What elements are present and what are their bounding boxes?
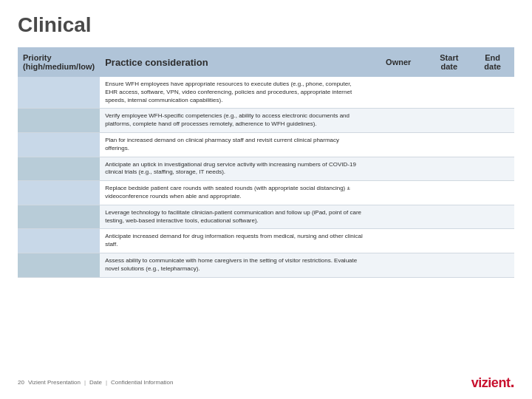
owner-header: Owner	[369, 47, 427, 77]
owner-cell	[369, 157, 427, 181]
footer-sep2: |	[106, 379, 107, 386]
table-row: Verify employee WFH-specific competencie…	[18, 109, 514, 133]
start-cell	[427, 253, 471, 277]
page-title: Clinical	[18, 13, 514, 37]
start-cell	[427, 109, 471, 133]
priority-cell	[18, 253, 100, 277]
start-cell	[427, 181, 471, 205]
footer-date: Date	[89, 379, 102, 386]
end-cell	[471, 181, 514, 205]
owner-cell	[369, 132, 427, 157]
vizient-logo: vizient.	[471, 372, 514, 392]
end-cell	[471, 109, 514, 133]
table-container: Priority (high/medium/low) Practice cons…	[18, 47, 514, 364]
practice-cell: Ensure WFH employees have appropriate re…	[100, 77, 369, 109]
owner-cell	[369, 229, 427, 253]
priority-cell	[18, 109, 100, 133]
footer-sep1: |	[84, 379, 86, 386]
priority-cell	[18, 77, 100, 109]
table-row: Replace bedside patient care rounds with…	[18, 181, 514, 205]
practice-header: Practice consideration	[100, 47, 369, 77]
owner-cell	[369, 109, 427, 133]
footer-brand: Vizient Presentation	[28, 379, 81, 386]
owner-cell	[369, 253, 427, 277]
owner-cell	[369, 205, 427, 229]
footer-left: 20 Vizient Presentation | Date | Confide…	[18, 379, 173, 386]
main-table: Priority (high/medium/low) Practice cons…	[18, 47, 514, 278]
start-cell	[427, 229, 471, 253]
priority-cell	[18, 205, 100, 229]
start-cell	[427, 205, 471, 229]
page: Clinical Priority (high/medium/low) Prac…	[0, 0, 532, 399]
owner-cell	[369, 77, 427, 109]
table-row: Anticipate increased demand for drug inf…	[18, 229, 514, 253]
table-row: Anticipate an uptick in investigational …	[18, 157, 514, 181]
practice-cell: Assess ability to communicate with home …	[100, 253, 369, 277]
priority-header: Priority (high/medium/low)	[18, 47, 100, 77]
logo-dot: .	[510, 372, 514, 391]
table-row: Ensure WFH employees have appropriate re…	[18, 77, 514, 109]
footer-confidential: Confidential Information	[111, 379, 174, 386]
table-body: Ensure WFH employees have appropriate re…	[18, 77, 514, 277]
practice-cell: Anticipate an uptick in investigational …	[100, 157, 369, 181]
practice-cell: Leverage technology to facilitate clinic…	[100, 205, 369, 229]
practice-cell: Anticipate increased demand for drug inf…	[100, 229, 369, 253]
end-cell	[471, 205, 514, 229]
start-cell	[427, 132, 471, 157]
practice-cell: Verify employee WFH-specific competencie…	[100, 109, 369, 133]
table-row: Assess ability to communicate with home …	[18, 253, 514, 277]
end-cell	[471, 253, 514, 277]
page-number: 20	[18, 379, 24, 386]
priority-cell	[18, 157, 100, 181]
start-cell	[427, 77, 471, 109]
table-header-row: Priority (high/medium/low) Practice cons…	[18, 47, 514, 77]
owner-cell	[369, 181, 427, 205]
end-cell	[471, 157, 514, 181]
logo-text: vizient	[471, 375, 511, 390]
end-header: Enddate	[471, 47, 514, 77]
practice-cell: Replace bedside patient care rounds with…	[100, 181, 369, 205]
end-cell	[471, 132, 514, 157]
table-row: Leverage technology to facilitate clinic…	[18, 205, 514, 229]
priority-cell	[18, 132, 100, 157]
end-cell	[471, 229, 514, 253]
end-cell	[471, 77, 514, 109]
start-cell	[427, 157, 471, 181]
practice-cell: Plan for increased demand on clinical ph…	[100, 132, 369, 157]
footer: 20 Vizient Presentation | Date | Confide…	[18, 369, 514, 392]
priority-cell	[18, 181, 100, 205]
start-header: Startdate	[427, 47, 471, 77]
table-row: Plan for increased demand on clinical ph…	[18, 132, 514, 157]
priority-cell	[18, 229, 100, 253]
